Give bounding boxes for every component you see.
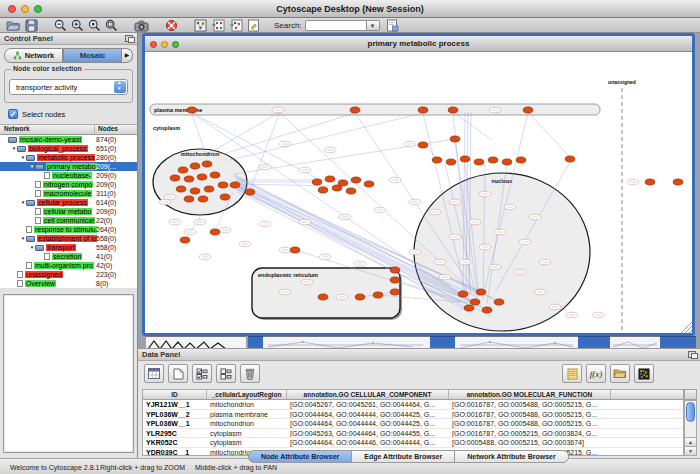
create-attribute-button[interactable] [168,364,188,383]
tree-row[interactable]: Overview8(0) [0,279,137,288]
tree-row[interactable]: macromolecule311(0) [0,189,137,198]
graph-node-colored [482,307,492,313]
tab-node-attribute-browser[interactable]: Node Attribute Browser [248,450,352,463]
save-session-button[interactable] [25,19,38,32]
background-window-sliver[interactable] [146,336,246,348]
table-row[interactable]: YPL036W__2plasma membrane[GO:0044464, GO… [143,410,683,420]
open-session-button[interactable] [6,19,21,32]
tree-row[interactable]: multi-organism pro42(0) [0,261,137,270]
tree-row[interactable]: response to stimulu264(0) [0,225,137,234]
network-canvas[interactable]: plasma membranecytoplasmnucleusmitochond… [145,52,692,333]
column-header[interactable]: ID [143,390,207,399]
scrollbar-thumb[interactable] [686,402,695,422]
tree-row[interactable]: ▼establishment of lo558(0) [0,234,137,243]
tree-node-count: 209(0) [96,172,116,179]
annotation-button[interactable] [247,19,260,32]
tree-row[interactable]: nucleobase-209(0) [0,171,137,180]
control-panel: Control Panel Network Mosaic ▶ Node colo… [0,33,138,458]
table-row[interactable]: YPL036W__1mitochondrion[GO:0044464, GO:0… [143,419,683,429]
select-nodes-checkbox[interactable]: ✓ [8,109,18,119]
column-header[interactable]: annotation.GO CELLULAR_COMPONENT [287,390,449,399]
graph-node-colored [390,289,400,295]
scroll-up-button[interactable]: ▲ [685,437,696,446]
background-window-sliver[interactable] [455,336,578,348]
search-dropdown-button[interactable]: ▼ [367,20,380,31]
table-row[interactable]: YKR052Ccytoplasm[GO:0044464, GO:0044446,… [143,438,683,448]
app-title: Cytoscape Desktop (New Session) [0,4,700,14]
matrix-view-button[interactable] [634,364,654,383]
vizmapper-button[interactable] [194,19,207,32]
import-attributes-button[interactable] [386,19,399,32]
tab-overflow-arrow[interactable]: ▶ [122,48,133,63]
graph-node-colored [176,186,186,192]
graph-node-colored [210,229,220,235]
tree-row[interactable]: cell communicat22(0) [0,216,137,225]
tab-network[interactable]: Network [4,48,63,63]
column-header[interactable]: annotation.GO MOLECULAR_FUNCTION [449,390,611,399]
tree-row[interactable]: secretion41(0) [0,252,137,261]
color-attribute-dropdown[interactable]: transporter activity [9,79,128,95]
layout-nodes-button[interactable] [211,19,225,32]
zoom-in-button[interactable] [71,19,84,32]
tree-node-count: 41(0) [96,253,112,260]
tree-column-network[interactable]: Network [0,125,95,134]
tree-row[interactable]: ▼transport558(0) [0,243,137,252]
table-row[interactable]: YJR121W__1mitochondrion[GO:0045267, GO:0… [143,400,683,410]
import-attributes-folder-button[interactable] [610,364,630,383]
file-icon [35,208,41,215]
table-cell: [GO:0044464, GO:0044446, GO:0044444, G..… [287,438,449,447]
background-window-sliver[interactable] [248,336,263,348]
background-window-sliver[interactable] [263,336,430,348]
folder-icon [26,236,35,242]
zoom-fit-button[interactable] [105,19,118,32]
table-row[interactable]: YLR295Ccytoplasm[GO:0045263, GO:0044464,… [143,429,683,439]
background-window-sliver[interactable] [610,336,660,348]
scroll-down-button[interactable]: ▼ [685,446,696,455]
background-window-sliver[interactable] [578,336,610,348]
tree-row[interactable]: mosaic-demo-yeast874(0) [0,135,137,144]
table-scrollbar[interactable]: ▲ ▼ [684,400,697,456]
table-cell: cytoplasm [207,438,287,447]
background-window-sliver[interactable] [660,336,696,348]
tree-node-count: 209(... [96,163,116,170]
tree-row[interactable]: ▼primary metabo209(... [0,162,137,171]
layout-edges-button[interactable] [229,19,243,32]
float-panel-icon[interactable] [125,35,133,42]
tree-node-label: biological_process [28,145,88,152]
notes-button[interactable] [562,364,582,383]
app-titlebar[interactable]: Cytoscape Desktop (New Session) [0,0,700,18]
zoom-selected-button[interactable] [88,19,101,32]
unselect-all-attributes-button[interactable] [216,364,236,383]
tree-row[interactable]: ▼metabolic process280(0) [0,153,137,162]
graph-node-colored [446,159,456,165]
graph-node-colored [350,107,360,113]
snapshot-camera-button[interactable] [134,19,149,32]
delete-attribute-trash-button[interactable] [240,364,260,383]
tab-edge-attribute-browser[interactable]: Edge Attribute Browser [351,450,455,463]
select-all-attributes-button[interactable] [192,364,212,383]
background-window-sliver[interactable] [430,336,455,348]
tab-mosaic-label: Mosaic [80,51,105,60]
table-corner-button[interactable] [684,389,697,400]
tab-mosaic[interactable]: Mosaic [63,48,122,63]
tree-row[interactable]: nitrogen compo209(0) [0,180,137,189]
tree-column-nodes[interactable]: Nodes [95,125,137,134]
tree-row[interactable]: cellular metabo209(0) [0,207,137,216]
tree-row[interactable]: unassigned223(0) [0,270,137,279]
zoom-out-button[interactable] [54,19,67,32]
tree-node-count: 264(0) [96,226,116,233]
float-panel-icon[interactable] [688,351,696,358]
birds-eye-view-panel[interactable] [3,294,134,453]
graph-node-colored [197,174,207,180]
network-view-window[interactable]: primary metabolic process plasma membran… [142,33,695,336]
help-lifesaver-button[interactable] [165,19,178,32]
tree-row[interactable]: ▼cellular process614(0) [0,198,137,207]
network-window-titlebar[interactable]: primary metabolic process [145,36,692,52]
select-attributes-button[interactable] [144,364,164,383]
graph-node-colored [488,157,498,163]
tree-row[interactable]: ▼biological_process651(0) [0,144,137,153]
function-builder-button[interactable]: f(x) [586,364,606,383]
column-header[interactable]: _cellularLayoutRegion [207,390,287,399]
search-input[interactable] [305,20,367,31]
tab-network-attribute-browser[interactable]: Network Attribute Browser [454,450,568,463]
